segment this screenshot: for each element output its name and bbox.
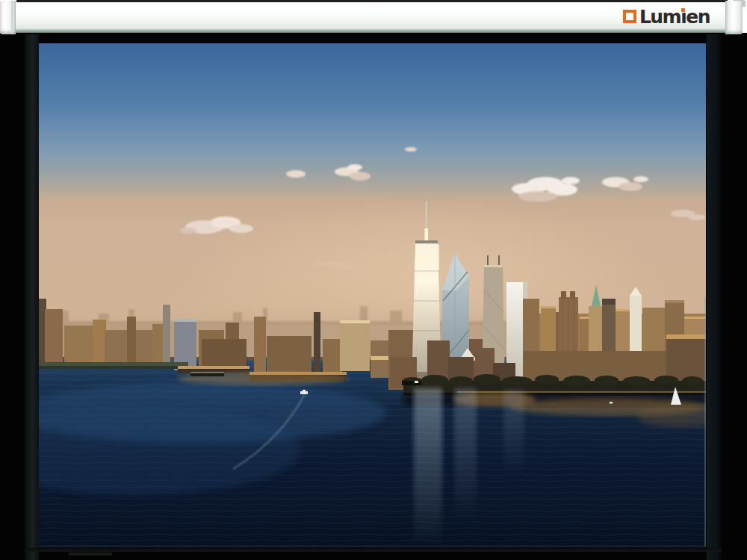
thin-dark-tower	[314, 312, 320, 372]
casing-bottom-edge	[6, 29, 737, 33]
barge-center	[402, 381, 421, 385]
casing-endcap-right	[725, 1, 743, 34]
glass-slab-tower	[340, 320, 370, 371]
bottom-frame-marking	[69, 553, 112, 556]
tower-reflection-streak	[414, 388, 442, 547]
image-right-edge-glint	[704, 297, 706, 547]
logo-square-icon	[623, 10, 636, 23]
logo-wordmark: Lumıen	[639, 7, 710, 26]
projected-image	[39, 43, 706, 547]
frame-bevel-bottom	[25, 548, 722, 552]
logo-letter-i: ı	[681, 7, 686, 26]
logo-text-end: en	[686, 7, 710, 26]
skyline-scene	[39, 43, 706, 547]
motorboat	[300, 391, 308, 394]
image-bottom-edge	[39, 546, 706, 548]
frame-bevel-right	[707, 34, 722, 560]
small-boat-speck	[610, 402, 613, 404]
casing-endcap-left	[0, 1, 16, 34]
cloud-small-center-left	[286, 170, 306, 178]
lumien-logo: Lumıen	[623, 7, 710, 26]
thin-gray-tower	[163, 305, 170, 369]
endcap-seam	[11, 1, 13, 34]
product-photo-lumien-screen: Lumıen	[0, 0, 747, 560]
frame-bevel-left	[25, 34, 39, 560]
logo-text-start: Lum	[639, 7, 681, 26]
cloud-tiny	[405, 147, 417, 152]
screen-casing: Lumıen	[0, 0, 747, 35]
